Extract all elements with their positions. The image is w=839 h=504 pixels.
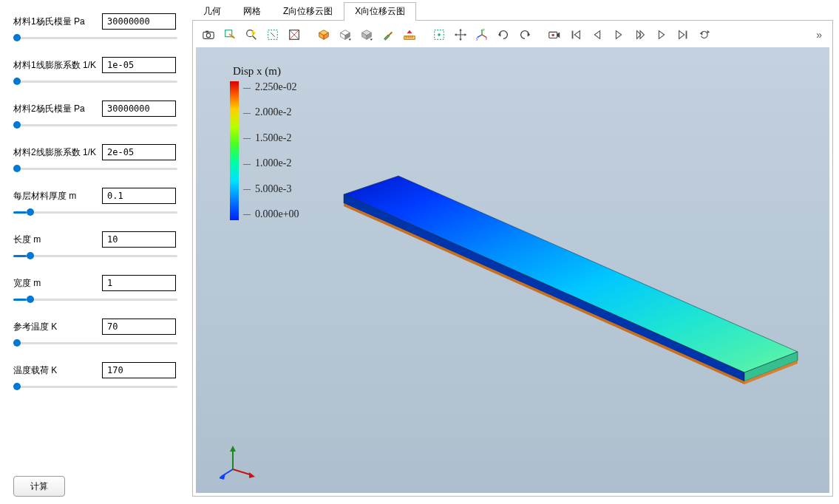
svg-marker-66 [220, 474, 225, 480]
svg-marker-31 [459, 38, 462, 41]
svg-marker-57 [344, 194, 744, 381]
param-slider-6[interactable] [13, 299, 177, 301]
axis-nav-icon[interactable]: zxy [472, 25, 492, 44]
record-icon[interactable] [545, 25, 564, 44]
param-slider-1[interactable] [13, 81, 177, 83]
isometric-icon[interactable] [314, 25, 333, 44]
svg-marker-59 [344, 203, 744, 384]
svg-text:z: z [483, 28, 485, 32]
legend-tick-1: 2.000e-2 [243, 106, 299, 118]
view-dropdown-icon[interactable] [336, 25, 355, 44]
param-slider-4[interactable] [13, 211, 177, 214]
param-input-4[interactable] [102, 188, 176, 204]
param-label-4: 每层材料厚度 m [13, 190, 102, 202]
camera-icon[interactable] [199, 25, 218, 44]
svg-text:y: y [476, 36, 478, 41]
param-slider-3[interactable] [13, 168, 177, 170]
tab-1[interactable]: 网格 [232, 2, 272, 21]
first-frame-icon[interactable] [566, 25, 585, 44]
svg-marker-16 [349, 38, 352, 41]
move-icon[interactable] [451, 25, 470, 44]
tab-0[interactable]: 几何 [192, 2, 232, 21]
legend-tick-3: 1.000e-2 [243, 157, 299, 169]
svg-marker-15 [345, 33, 350, 39]
rotate-ccw-icon[interactable] [515, 25, 534, 44]
svg-marker-32 [455, 33, 457, 36]
play-end-icon[interactable] [631, 25, 650, 44]
legend-tick-0: 2.250e-02 [243, 81, 299, 93]
param-label-3: 材料2线膨胀系数 1/K [13, 146, 102, 159]
param-input-8[interactable] [102, 362, 176, 378]
svg-marker-33 [464, 33, 466, 36]
rotate-cw-icon[interactable] [494, 25, 513, 44]
legend-title: Disp x (m) [233, 65, 281, 78]
legend-ticks: 2.250e-022.000e-21.500e-21.000e-25.000e-… [243, 81, 299, 220]
legend-tick-4: 5.000e-3 [243, 183, 299, 195]
param-input-1[interactable] [102, 57, 176, 73]
compute-button[interactable]: 计算 [13, 476, 65, 497]
next-frame-icon[interactable] [652, 25, 671, 44]
svg-marker-54 [700, 32, 703, 35]
viewport-3d[interactable]: Disp x (m) 2.250e-022.000e-21.500e-21.00… [196, 47, 829, 493]
select-region-icon[interactable] [429, 25, 449, 44]
legend-tick-2: 1.500e-2 [243, 132, 299, 144]
param-label-7: 参考温度 K [13, 321, 102, 333]
ruler-icon[interactable] [400, 25, 419, 44]
reset-icon[interactable] [285, 25, 304, 44]
svg-marker-20 [370, 38, 373, 41]
svg-marker-56 [344, 176, 798, 372]
param-slider-7[interactable] [13, 342, 177, 344]
param-label-0: 材料1杨氏模量 Pa [13, 16, 102, 28]
zoom-bolt-icon[interactable] [242, 25, 261, 44]
param-slider-0[interactable] [13, 37, 177, 39]
svg-rect-22 [404, 36, 415, 40]
svg-rect-53 [686, 31, 687, 39]
svg-marker-27 [407, 30, 412, 34]
param-slider-8[interactable] [13, 386, 177, 388]
last-frame-icon[interactable] [673, 25, 693, 44]
svg-line-21 [389, 32, 393, 35]
svg-marker-30 [459, 29, 462, 31]
tab-bar: 几何网格Z向位移云图X向位移云图 [192, 4, 833, 21]
svg-point-44 [551, 34, 554, 37]
results-panel: 几何网格Z向位移云图X向位移云图 zxy» Disp x (m) 2.250e-… [192, 0, 839, 504]
svg-marker-46 [574, 31, 580, 39]
export-icon[interactable] [220, 25, 240, 44]
param-slider-2[interactable] [13, 124, 177, 126]
svg-text:x: x [486, 36, 488, 41]
param-input-3[interactable] [102, 144, 176, 160]
param-input-6[interactable] [102, 275, 176, 291]
svg-marker-64 [249, 472, 255, 478]
param-label-8: 温度载荷 K [13, 364, 102, 377]
svg-marker-51 [659, 31, 664, 39]
toolbar-overflow-icon[interactable]: » [812, 27, 826, 42]
svg-marker-55 [707, 30, 710, 34]
viewport-toolbar: zxy» [194, 22, 831, 47]
param-input-0[interactable] [102, 13, 176, 30]
param-label-5: 长度 m [13, 234, 102, 246]
param-input-5[interactable] [102, 231, 176, 248]
tab-3[interactable]: X向位移云图 [344, 2, 416, 21]
svg-marker-52 [679, 31, 685, 39]
svg-marker-48 [616, 31, 621, 39]
color-legend: 2.250e-022.000e-21.500e-21.000e-25.000e-… [230, 81, 299, 220]
parameter-panel: 材料1杨氏模量 Pa 材料1线膨胀系数 1/K 材料2杨氏模量 Pa 材料2线膨… [0, 0, 192, 504]
param-label-2: 材料2杨氏模量 Pa [13, 103, 102, 115]
svg-rect-2 [205, 31, 208, 33]
svg-line-36 [478, 35, 482, 38]
brush-icon[interactable] [378, 25, 398, 44]
svg-point-1 [206, 33, 210, 37]
play-icon[interactable] [609, 25, 628, 44]
param-label-1: 材料1线膨胀系数 1/K [13, 59, 102, 72]
loop-icon[interactable] [695, 25, 714, 44]
tab-2[interactable]: Z向位移云图 [272, 2, 344, 21]
param-input-7[interactable] [102, 319, 176, 335]
solid-dropdown-icon[interactable] [357, 25, 376, 44]
param-slider-5[interactable] [13, 255, 177, 257]
svg-point-29 [438, 33, 441, 36]
beam-model [332, 173, 805, 409]
param-label-6: 宽度 m [13, 277, 102, 290]
param-input-2[interactable] [102, 101, 176, 117]
prev-frame-icon[interactable] [588, 25, 607, 44]
rubber-band-zoom-icon[interactable] [263, 25, 282, 44]
